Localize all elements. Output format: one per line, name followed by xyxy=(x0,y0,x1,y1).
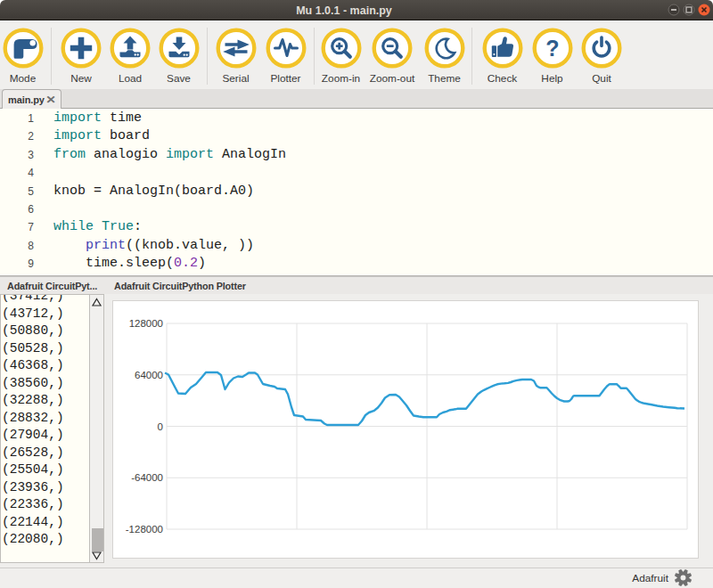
svg-text:-128000: -128000 xyxy=(126,524,163,535)
svg-text:128000: 128000 xyxy=(129,318,163,329)
svg-text:0: 0 xyxy=(158,421,163,432)
svg-text:64000: 64000 xyxy=(135,370,163,380)
svg-text:-64000: -64000 xyxy=(131,472,163,483)
svg-text:?: ? xyxy=(545,36,559,61)
